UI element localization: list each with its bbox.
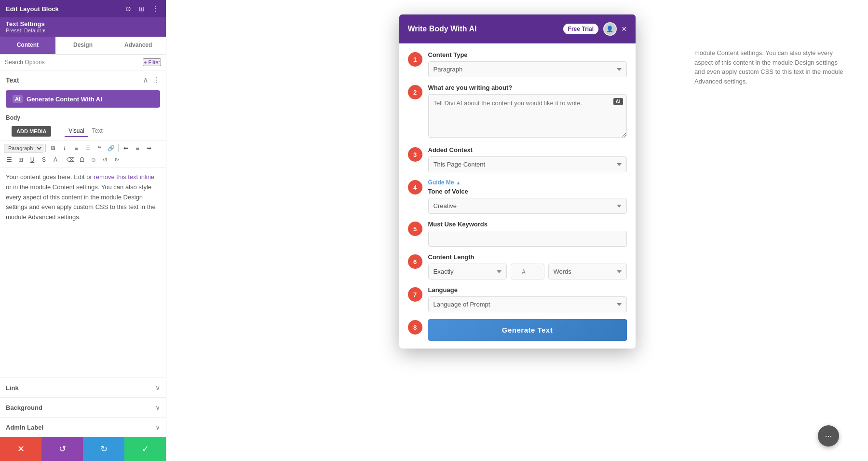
length-type-select[interactable]: Exactly At Least At Most xyxy=(428,264,507,279)
sidebar-search-bar: + Filter xyxy=(0,55,166,70)
modal-close-button[interactable]: × xyxy=(622,25,627,33)
textarea-wrapper: AI xyxy=(428,94,627,140)
section-more-icon[interactable]: ⋮ xyxy=(152,75,160,84)
section-controls: ∧ ⋮ xyxy=(143,75,160,84)
undo-button[interactable]: ↺ xyxy=(100,154,110,165)
sidebar: Edit Layout Block ⊙ ⊞ ⋮ Text Settings Pr… xyxy=(0,0,166,461)
added-context-label: Added Context xyxy=(428,146,627,154)
fab-icon: ··· xyxy=(825,431,832,441)
bold-button[interactable]: B xyxy=(48,143,58,154)
link-button[interactable]: 🔗 xyxy=(106,143,116,154)
collapse-icon[interactable]: ∧ xyxy=(143,75,149,84)
align-right-button[interactable]: ➡ xyxy=(144,143,154,154)
language-label: Language xyxy=(428,286,627,293)
more-icon[interactable]: ⋮ xyxy=(150,4,160,14)
tab-advanced[interactable]: Advanced xyxy=(110,37,166,54)
language-select[interactable]: Language of Prompt English Spanish Frenc… xyxy=(428,296,627,312)
special-chars-button[interactable]: Ω xyxy=(77,154,87,165)
layout-icon[interactable]: ⊞ xyxy=(137,4,147,14)
align-center-button[interactable]: ≡ xyxy=(132,143,143,154)
step-2-row: 2 What are you writing about? AI xyxy=(408,84,627,140)
step-6-field: Content Length Exactly At Least At Most … xyxy=(428,253,627,279)
tone-of-voice-select[interactable]: Creative Professional Casual xyxy=(428,198,627,214)
modal-body: 1 Content Type Paragraph List FAQ 2 W xyxy=(399,43,636,349)
writing-about-textarea[interactable] xyxy=(428,94,627,138)
strikethrough-button[interactable]: S xyxy=(39,154,49,165)
admin-label-section-title: Admin Label xyxy=(6,424,43,431)
editor-text: Your content goes here. Edit or remove t… xyxy=(6,173,156,221)
remove-link[interactable]: remove this text inline xyxy=(94,173,154,181)
text-color-button[interactable]: A xyxy=(50,154,61,165)
undo-history-button[interactable]: ↺ xyxy=(41,437,83,461)
filter-button[interactable]: + Filter xyxy=(143,58,161,66)
sidebar-header: Edit Layout Block ⊙ ⊞ ⋮ xyxy=(0,0,166,17)
editor-tab-visual[interactable]: Visual xyxy=(65,126,88,137)
free-trial-badge[interactable]: Free Trial xyxy=(563,24,598,34)
step-8-field: Generate Text xyxy=(428,319,627,341)
background-collapse-icon: ∨ xyxy=(155,404,160,411)
guide-me-arrow-icon: ▲ xyxy=(456,180,461,185)
italic-button[interactable]: I xyxy=(59,143,70,154)
content-length-controls: Exactly At Least At Most Words Sentences… xyxy=(428,264,627,279)
sidebar-header-title: Edit Layout Block xyxy=(6,5,59,13)
sidebar-preset-dropdown[interactable]: Preset: Default ▾ xyxy=(6,28,45,34)
keywords-label: Must Use Keywords xyxy=(428,221,627,228)
link-section[interactable]: Link ∨ xyxy=(0,377,166,397)
toolbar-sep-2 xyxy=(118,144,119,152)
step-7-row: 7 Language Language of Prompt English Sp… xyxy=(408,286,627,312)
paragraph-select[interactable]: Paragraph xyxy=(4,144,43,153)
background-section[interactable]: Background ∨ xyxy=(0,397,166,417)
ai-modal: Write Body With AI Free Trial 👤 × 1 Cont… xyxy=(399,14,636,349)
ai-badge-icon: AI xyxy=(13,95,23,103)
search-input[interactable] xyxy=(5,59,140,66)
sidebar-preset-title: Text Settings xyxy=(6,20,45,28)
added-context-select[interactable]: This Page Content None xyxy=(428,156,627,172)
length-number-input[interactable] xyxy=(511,264,544,279)
fab-button[interactable]: ··· xyxy=(818,425,839,447)
toolbar-sep-1 xyxy=(45,144,46,152)
clear-format-button[interactable]: ⌫ xyxy=(65,154,76,165)
modal-title: Write Body With AI xyxy=(408,25,477,33)
tab-design[interactable]: Design xyxy=(55,37,111,54)
redo-button[interactable]: ↻ xyxy=(111,154,122,165)
guide-me-text: Guide Me xyxy=(428,179,454,186)
content-length-label: Content Length xyxy=(428,253,627,261)
tab-content[interactable]: Content xyxy=(0,37,55,54)
length-unit-select[interactable]: Words Sentences Paragraphs xyxy=(548,264,627,279)
editor-content[interactable]: Your content goes here. Edit or remove t… xyxy=(0,168,166,377)
link-section-title: Link xyxy=(6,384,19,391)
unordered-list-button[interactable]: ≡ xyxy=(71,143,81,154)
content-type-select[interactable]: Paragraph List FAQ xyxy=(428,61,627,77)
editor-tab-text[interactable]: Text xyxy=(88,126,107,137)
step-8-circle: 8 xyxy=(408,320,422,335)
tone-of-voice-label: Tone of Voice xyxy=(428,188,627,195)
step-4-field: Guide Me ▲ Tone of Voice Creative Profes… xyxy=(428,179,627,214)
underline-button[interactable]: U xyxy=(27,154,38,165)
step-3-circle: 3 xyxy=(408,147,422,162)
align-left-button[interactable]: ⬅ xyxy=(121,143,131,154)
align-justify-button[interactable]: ☰ xyxy=(4,154,14,165)
save-button[interactable]: ✓ xyxy=(124,437,166,461)
link-collapse-icon: ∨ xyxy=(155,384,160,391)
focus-icon[interactable]: ⊙ xyxy=(123,4,133,14)
step-1-field: Content Type Paragraph List FAQ xyxy=(428,51,627,77)
step-2-field: What are you writing about? AI xyxy=(428,84,627,140)
modal-header-right: Free Trial 👤 × xyxy=(563,22,627,36)
redo-history-button[interactable]: ↻ xyxy=(83,437,124,461)
blockquote-button[interactable]: ❝ xyxy=(94,143,105,154)
guide-me-link[interactable]: Guide Me ▲ xyxy=(428,179,627,186)
step-3-row: 3 Added Context This Page Content None xyxy=(408,146,627,172)
add-media-button[interactable]: ADD MEDIA xyxy=(12,126,51,137)
generate-content-button[interactable]: AI Generate Content With AI xyxy=(6,90,160,108)
table-button[interactable]: ⊞ xyxy=(15,154,26,165)
emoji-button[interactable]: ☺ xyxy=(88,154,99,165)
admin-label-section[interactable]: Admin Label ∨ xyxy=(0,417,166,437)
generate-text-button[interactable]: Generate Text xyxy=(428,319,627,341)
writing-about-label: What are you writing about? xyxy=(428,84,627,91)
step-1-row: 1 Content Type Paragraph List FAQ xyxy=(408,51,627,77)
step-4-row: 4 Guide Me ▲ Tone of Voice Creative Prof… xyxy=(408,179,627,214)
ordered-list-button[interactable]: ☰ xyxy=(82,143,93,154)
sidebar-tabs: Content Design Advanced xyxy=(0,37,166,55)
keywords-input[interactable] xyxy=(428,231,627,247)
discard-button[interactable]: ✕ xyxy=(0,437,41,461)
